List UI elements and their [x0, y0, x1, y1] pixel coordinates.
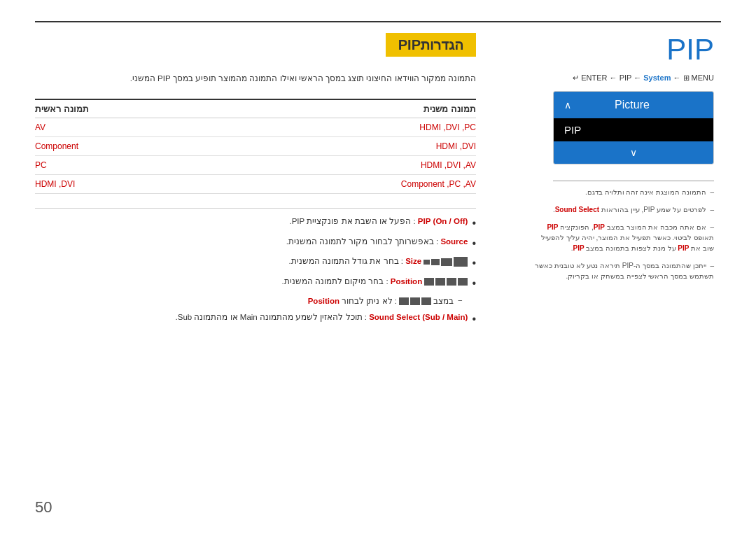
main-content: הגדרותPIP התמונה ממקור הווידאו החיצוני ת… — [35, 33, 721, 513]
nav-label: ENTER ← PIP ← — [581, 73, 643, 82]
pip-main-title: PIP — [497, 33, 721, 66]
bullet-text-sound: (Sub / Main) Sound Select : תוכל להאזין … — [176, 311, 468, 323]
note-dash: – — [710, 206, 714, 213]
bullet-item-position-note: – במצב : לא ניתן לבחור Position — [35, 295, 462, 307]
col-secondary-label: תמונה משנית — [424, 104, 476, 114]
table-row: HDMI ,DVI ,PC AV — [35, 118, 476, 137]
primary-val-2: Component — [35, 141, 78, 151]
nav-menu-label: MENU — [692, 73, 714, 82]
nav-system: System — [643, 73, 671, 82]
pos-icon-4 — [424, 278, 434, 286]
bullet-dot: • — [472, 255, 476, 271]
pos-icon-2 — [447, 278, 456, 286]
note-item-3: – אם אתה מכבה את המוצר במצב PIP, הפונקצי… — [532, 222, 714, 253]
enter-nav: ↵ ENTER ← PIP ← System ← ⊞ MENU — [497, 73, 721, 83]
nav-menu-icon: ⊞ — [683, 73, 690, 82]
primary-val-1: AV — [35, 122, 46, 132]
right-notes: – התמונה המוצגת אינה זהה ותלויה בדגם. – … — [532, 187, 714, 288]
pip-title-box: הגדרותPIP — [386, 33, 476, 57]
note-dash: – — [710, 188, 714, 196]
bullet-dot: – — [458, 295, 462, 305]
pos-icons-sub — [399, 297, 431, 305]
description-text: התמונה ממקור הווידאו החיצוני תוצג במסך ה… — [35, 72, 476, 85]
pos-icon-1 — [458, 278, 468, 286]
primary-val-3: PC — [35, 160, 47, 170]
size-icon-sm — [431, 259, 440, 265]
col-primary-label: תמונה ראשית — [35, 104, 89, 114]
bullet-item-source: • Source : באפשרותך לבחור מקור לתמונה המ… — [35, 236, 476, 251]
bullet-dot: • — [472, 216, 476, 231]
pos-icon-3 — [435, 278, 445, 286]
page-number: 50 — [35, 498, 52, 517]
size-icon-md — [441, 258, 452, 266]
bullet-item-pip-onoff: • (On / Off) PIP : הפעל או השבת את פונקצ… — [35, 216, 476, 231]
menu-selected-item[interactable]: PIP — [554, 118, 713, 141]
right-section: PIP ↵ ENTER ← PIP ← System ← ⊞ MENU ∧ Pi… — [497, 33, 721, 513]
size-icons — [424, 257, 468, 267]
pos-icons — [424, 278, 468, 286]
menu-panel-header: ∧ Picture — [554, 92, 713, 118]
note-dash: – — [710, 262, 714, 269]
note-dash: – — [710, 223, 714, 231]
note-item-1: – התמונה המוצגת אינה זהה ותלויה בדגם. — [532, 187, 714, 197]
pos-icon-sub-2 — [410, 297, 420, 305]
secondary-val-2: HDMI ,DVI — [436, 141, 476, 151]
section-divider — [35, 208, 476, 209]
bullet-item-size: • Size : בחר את גודל התמונה המשנית. — [35, 255, 476, 271]
secondary-val-4: Component ,PC ,AV — [401, 179, 476, 189]
top-divider — [35, 21, 721, 22]
primary-val-4: HDMI ,DVI — [35, 179, 75, 189]
bullet-text-position-note: במצב : לא ניתן לבחור Position — [308, 295, 454, 307]
page-container: הגדרותPIP התמונה ממקור הווידאו החיצוני ת… — [0, 0, 756, 534]
table-row: HDMI ,DVI Component — [35, 137, 476, 156]
pos-icon-sub-1 — [421, 297, 431, 305]
bullet-text-size: Size : בחר את גודל התמונה המשנית. — [289, 255, 468, 267]
size-icon-lg — [454, 257, 468, 267]
menu-panel-title: Picture — [615, 99, 650, 111]
menu-panel: ∧ Picture PIP ∨ — [553, 91, 714, 164]
bullet-dot: • — [472, 236, 476, 251]
table-header: תמונה משנית תמונה ראשית — [35, 99, 476, 118]
bullet-text-position: Position : בחר מיקום לתמונה המשנית. — [281, 276, 468, 288]
enter-icon: ↵ — [573, 73, 579, 82]
chevron-down-icon: ∨ — [630, 147, 637, 158]
bullet-item-sound: • (Sub / Main) Sound Select : תוכל להאזי… — [35, 311, 476, 327]
secondary-val-3: HDMI ,DVI ,AV — [421, 160, 476, 170]
bullet-dot: • — [472, 276, 476, 291]
bullet-dot: • — [472, 311, 476, 327]
chevron-up-icon: ∧ — [564, 99, 571, 111]
bullet-text-source: Source : באפשרותך לבחור מקור לתמונה המשנ… — [286, 236, 468, 248]
left-section: הגדרותPIP התמונה ממקור הווידאו החיצוני ת… — [35, 33, 497, 513]
bullet-section: • (On / Off) PIP : הפעל או השבת את פונקצ… — [35, 216, 476, 327]
table-row: HDMI ,DVI ,AV PC — [35, 156, 476, 175]
table-row: Component ,PC ,AV HDMI ,DVI — [35, 175, 476, 194]
pos-icon-sub-3 — [399, 297, 409, 305]
nav-separator: ← — [673, 73, 682, 82]
secondary-val-1: HDMI ,DVI ,PC — [419, 122, 476, 132]
bullet-item-position: • Position : בחר מיקום לתמונה המשנית. — [35, 276, 476, 291]
size-icon-xs — [424, 260, 430, 265]
note-item-2: – לפרטים על שמע PIP, עיין בהוראות Sound … — [532, 204, 714, 215]
compatibility-table: תמונה משנית תמונה ראשית HDMI ,DVI ,PC AV… — [35, 99, 476, 194]
right-divider — [553, 181, 714, 181]
note-item-4: – ייתכן שהתמונה במסך ה-PIP תיראה נטע לא … — [532, 260, 714, 281]
menu-panel-footer: ∨ — [554, 141, 713, 164]
bullet-text-pip-onoff: (On / Off) PIP : הפעל או השבת את פונקציי… — [289, 216, 468, 227]
